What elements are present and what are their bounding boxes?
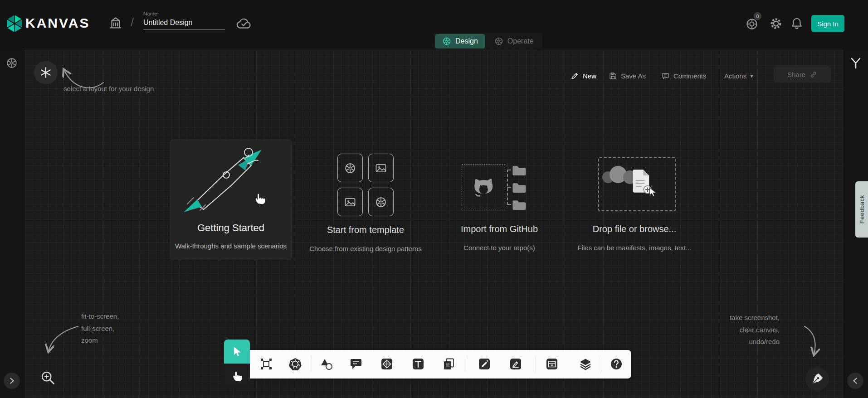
app-header: KANVAS / Name Design (0, 0, 868, 50)
breadcrumb-separator: / (131, 15, 134, 29)
template-subtitle: Choose from existing design patterns (293, 245, 438, 252)
notes-tool[interactable] (441, 356, 457, 372)
actions-dropdown[interactable]: Actions ▾ (724, 69, 753, 83)
tab-operate[interactable]: Operate (487, 34, 541, 49)
credits-badge: 0 (754, 12, 761, 20)
meshery-spinner-icon (6, 57, 18, 69)
feedback-tab[interactable]: Feedback (855, 181, 868, 238)
magnifier-plus-icon (40, 370, 55, 385)
repo-folder-icon (512, 199, 527, 211)
kanvas-app: KANVAS / Name Design (0, 0, 868, 398)
cursor-arrow-icon (232, 346, 243, 358)
drawer-tool[interactable] (544, 356, 560, 372)
draw-tool[interactable] (476, 356, 493, 372)
layout-button[interactable] (34, 61, 58, 84)
save-as-button[interactable]: Save As (609, 69, 646, 83)
design-name-block: Name (143, 11, 225, 30)
hand-icon (231, 369, 243, 382)
zoom-hint-text: fit-to-screen, full-screen, zoom (81, 311, 119, 347)
template-mini-aperture (368, 188, 394, 216)
toolbar-divider (601, 357, 601, 372)
expand-left-panel-button[interactable] (4, 373, 20, 389)
link-icon (809, 71, 817, 78)
layer5-y-logo-icon[interactable] (849, 56, 863, 70)
zoom-control-button[interactable] (40, 370, 55, 385)
kubernetes-tool[interactable] (287, 356, 303, 372)
github-connector-stub (507, 170, 511, 170)
text-tool[interactable] (410, 356, 426, 372)
shapes-tool[interactable] (318, 356, 335, 372)
design-name-input[interactable] (143, 18, 225, 30)
template-card[interactable] (337, 154, 394, 216)
annotate-tool[interactable] (507, 356, 524, 372)
layout-hint-text: select a layout for your design (63, 85, 154, 92)
pen-nib-icon (810, 372, 824, 386)
github-title: Import from GitHub (431, 224, 567, 234)
github-octocat-icon[interactable] (467, 171, 500, 204)
feedback-label: Feedback (858, 195, 865, 223)
brand-name: KANVAS (25, 15, 90, 31)
snowflake-icon (40, 67, 52, 78)
mode-tabs: Design Operate (434, 33, 542, 50)
comments-button[interactable]: Comments (661, 69, 707, 83)
pencil-icon (571, 72, 579, 80)
screenshot-pen-button[interactable] (805, 367, 829, 391)
getting-started-subtitle: Walk-throughs and sample scenarios (166, 242, 296, 250)
pointer-tool[interactable] (224, 340, 250, 364)
getting-started-title: Getting Started (170, 222, 292, 234)
comment-icon (661, 72, 670, 80)
template-mini-aperture (337, 154, 363, 182)
components-tool[interactable] (258, 356, 274, 372)
chevron-down-icon: ▾ (750, 73, 753, 79)
new-design-button[interactable]: New (571, 69, 596, 83)
rocket-illustration (181, 145, 281, 218)
template-title: Start from template (297, 225, 434, 235)
cloud-sync-icon[interactable] (236, 16, 252, 30)
kanvas-logo-icon (5, 14, 24, 34)
collapse-right-panel-button[interactable] (847, 373, 863, 389)
repo-folder-icon (512, 164, 527, 176)
hand-cursor (253, 190, 267, 205)
github-connector-stub (507, 204, 511, 205)
repo-folder-icon (512, 181, 527, 194)
design-name-label: Name (143, 11, 225, 16)
organization-icon[interactable] (108, 15, 123, 31)
drop-title: Drop file or browse... (566, 224, 702, 234)
toolbar-divider (465, 357, 465, 372)
settings-gear-icon[interactable] (769, 17, 783, 30)
media-tool[interactable] (379, 356, 395, 372)
toolbar-divider (311, 357, 312, 372)
notifications-bell-icon[interactable] (790, 16, 804, 31)
arrow-cursor (648, 187, 658, 198)
tab-operate-label: Operate (507, 37, 534, 45)
tab-design[interactable]: Design (435, 34, 485, 49)
github-subtitle: Connect to your repo(s) (431, 244, 567, 252)
layers-tool[interactable] (577, 356, 594, 372)
save-icon (609, 72, 617, 80)
share-button[interactable]: Share (774, 66, 831, 83)
pan-tool[interactable] (224, 364, 250, 387)
tab-design-label: Design (455, 37, 478, 45)
screenshot-hint-text: take screenshot, clear canvas, undo/redo (689, 312, 780, 348)
toolbar-divider (535, 357, 536, 372)
sign-in-button[interactable]: Sign In (811, 15, 844, 32)
comment-tool[interactable] (348, 356, 364, 372)
drop-subtitle: Files can be manifests, images, text... (557, 244, 712, 252)
github-connector-stub (507, 187, 511, 188)
help-tool[interactable] (608, 356, 624, 372)
template-mini-image (368, 154, 394, 182)
left-rail (0, 50, 25, 398)
template-mini-image (337, 188, 363, 216)
